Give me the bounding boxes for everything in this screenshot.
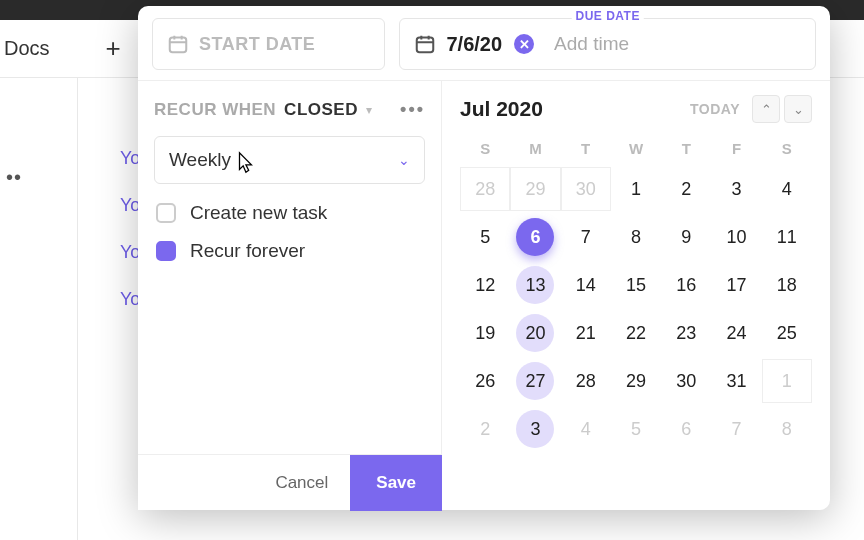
calendar-panel: Jul 2020 TODAY ⌃ ⌄ SMTWTFS28293012345678… [442,81,830,510]
due-date-value: 7/6/20 [446,33,502,56]
calendar-day[interactable]: 14 [561,263,611,307]
calendar-day[interactable]: 6 [661,407,711,451]
calendar-day[interactable]: 26 [460,359,510,403]
chevron-down-icon: ⌄ [398,152,410,168]
left-rail: •• [0,78,78,540]
calendar-day[interactable]: 29 [611,359,661,403]
start-date-field[interactable]: START DATE [152,18,385,70]
more-options-button[interactable]: ••• [400,99,425,120]
calendar-day[interactable]: 5 [611,407,661,451]
calendar-icon [167,33,189,55]
calendar-day[interactable]: 30 [561,167,611,211]
weekday-header: S [762,133,812,163]
weekday-header: S [460,133,510,163]
due-date-field[interactable]: DUE DATE 7/6/20 ✕ Add time [399,18,816,70]
modal-footer: Cancel Save [138,454,442,510]
calendar-grid: SMTWTFS282930123456789101112131415161718… [460,133,812,451]
due-date-label: DUE DATE [571,9,643,23]
chevron-down-icon: ▾ [366,103,372,117]
recur-forever-label: Recur forever [190,240,305,262]
save-button[interactable]: Save [350,455,442,511]
calendar-day[interactable]: 30 [661,359,711,403]
svg-rect-0 [170,38,187,53]
weekday-header: T [561,133,611,163]
frequency-select[interactable]: Weekly ⌄ [154,136,425,184]
add-time-button[interactable]: Add time [554,33,629,55]
next-month-button[interactable]: ⌄ [784,95,812,123]
calendar-day[interactable]: 29 [510,167,560,211]
create-new-task-option[interactable]: Create new task [154,202,425,224]
svg-rect-1 [417,38,434,53]
calendar-day[interactable]: 8 [762,407,812,451]
calendar-day[interactable]: 19 [460,311,510,355]
calendar-day[interactable]: 3 [711,167,761,211]
calendar-day[interactable]: 31 [711,359,761,403]
weekday-header: M [510,133,560,163]
calendar-icon [414,33,436,55]
calendar-day[interactable]: 17 [711,263,761,307]
recur-when-label: RECUR WHEN [154,100,276,120]
calendar-day[interactable]: 1 [762,359,812,403]
calendar-day[interactable]: 2 [661,167,711,211]
calendar-day[interactable]: 1 [611,167,661,211]
recurrence-panel: RECUR WHEN CLOSED ▾ ••• Weekly ⌄ Create … [138,81,442,510]
checkbox-checked-icon [156,241,176,261]
calendar-day[interactable]: 24 [711,311,761,355]
create-new-task-label: Create new task [190,202,327,224]
calendar-day[interactable]: 20 [510,311,560,355]
prev-month-button[interactable]: ⌃ [752,95,780,123]
calendar-day[interactable]: 4 [762,167,812,211]
calendar-day[interactable]: 12 [460,263,510,307]
calendar-day[interactable]: 4 [561,407,611,451]
calendar-day[interactable]: 3 [510,407,560,451]
checkbox-unchecked-icon [156,203,176,223]
calendar-day[interactable]: 28 [460,167,510,211]
weekday-header: T [661,133,711,163]
frequency-value: Weekly [169,149,231,171]
add-tab-button[interactable]: + [106,33,121,64]
calendar-day[interactable]: 2 [460,407,510,451]
calendar-day[interactable]: 8 [611,215,661,259]
calendar-day[interactable]: 10 [711,215,761,259]
date-fields-row: START DATE DUE DATE 7/6/20 ✕ Add time [138,6,830,80]
calendar-day[interactable]: 25 [762,311,812,355]
calendar-day[interactable]: 6 [510,215,560,259]
calendar-day[interactable]: 21 [561,311,611,355]
calendar-day[interactable]: 7 [711,407,761,451]
calendar-day[interactable]: 5 [460,215,510,259]
recur-status-dropdown[interactable]: CLOSED [284,100,358,120]
today-button[interactable]: TODAY [690,101,740,117]
cancel-button[interactable]: Cancel [253,455,350,511]
tab-docs[interactable]: Docs [4,37,50,60]
calendar-day[interactable]: 28 [561,359,611,403]
calendar-day[interactable]: 7 [561,215,611,259]
calendar-month-label: Jul 2020 [460,97,543,121]
weekday-header: F [711,133,761,163]
calendar-day[interactable]: 22 [611,311,661,355]
calendar-day[interactable]: 18 [762,263,812,307]
calendar-day[interactable]: 16 [661,263,711,307]
calendar-day[interactable]: 9 [661,215,711,259]
clear-due-date-button[interactable]: ✕ [514,34,534,54]
calendar-day[interactable]: 27 [510,359,560,403]
calendar-day[interactable]: 15 [611,263,661,307]
more-icon[interactable]: •• [6,166,22,189]
date-recurrence-modal: START DATE DUE DATE 7/6/20 ✕ Add time RE… [138,6,830,510]
weekday-header: W [611,133,661,163]
calendar-day[interactable]: 23 [661,311,711,355]
recur-forever-option[interactable]: Recur forever [154,240,425,262]
calendar-day[interactable]: 11 [762,215,812,259]
calendar-day[interactable]: 13 [510,263,560,307]
start-date-placeholder: START DATE [199,34,315,55]
